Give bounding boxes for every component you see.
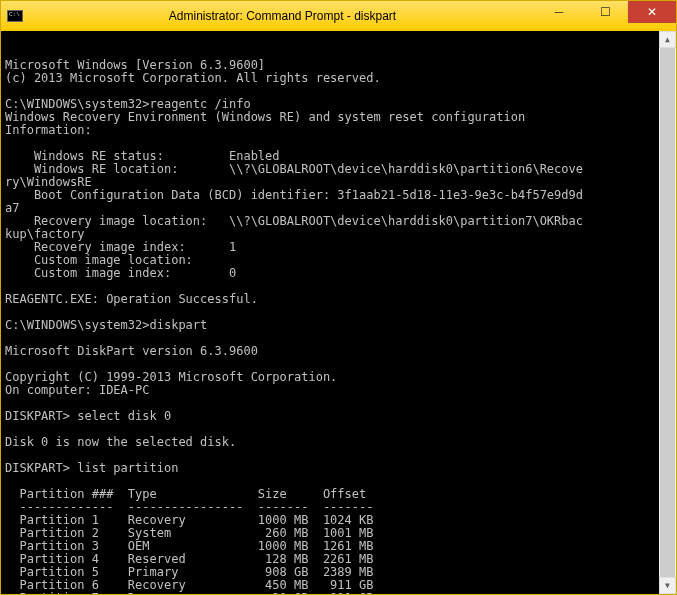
partition-row: Partition 7 Recovery 20 GB 911 GB (5, 591, 373, 594)
os-copyright: (c) 2013 Microsoft Corporation. All righ… (5, 71, 381, 85)
re-location-value: \\?\GLOBALROOT\device\harddisk0\partitio… (229, 162, 583, 176)
command-reagentc: reagentc /info (150, 97, 251, 111)
recidx-label: Recovery image index: (5, 240, 229, 254)
reagentc-title: Windows Recovery Environment (Windows RE… (5, 110, 525, 124)
terminal-content: Microsoft Windows [Version 6.3.9600] (c)… (5, 59, 655, 594)
maximize-button[interactable]: ☐ (582, 1, 628, 23)
partition-row: Partition 1 Recovery 1000 MB 1024 KB (5, 513, 373, 527)
recimg-value: \\?\GLOBALROOT\device\harddisk0\partitio… (229, 214, 583, 228)
re-location-label: Windows RE location: (5, 162, 229, 176)
diskpart-copyright: Copyright (C) 1999-2013 Microsoft Corpor… (5, 370, 337, 384)
custimg-label: Custom image location: (5, 253, 193, 267)
re-status-value: Enabled (229, 149, 280, 163)
reagentc-info-label: Information: (5, 123, 92, 137)
re-status-label: Windows RE status: (5, 149, 229, 163)
recimg-label: Recovery image location: (5, 214, 229, 228)
cmd-window: Administrator: Command Prompt - diskpart… (0, 0, 677, 595)
partition-row: Partition 3 OEM 1000 MB 1261 MB (5, 539, 373, 553)
diskpart-prompt: DISKPART> (5, 409, 77, 423)
partition-row: Partition 6 Recovery 450 MB 911 GB (5, 578, 373, 592)
recimg-wrap: kup\factory (5, 227, 84, 241)
scrollbar[interactable]: ▲ ▼ (659, 31, 676, 594)
window-title: Administrator: Command Prompt - diskpart (29, 9, 536, 23)
custidx-value: 0 (229, 266, 236, 280)
window-buttons: ─ ☐ ✕ (536, 1, 676, 31)
scroll-down-button[interactable]: ▼ (659, 577, 676, 594)
command-list-partition: list partition (77, 461, 178, 475)
partition-header: Partition ### Type Size Offset (5, 487, 366, 501)
reagentc-success: REAGENTC.EXE: Operation Successful. (5, 292, 258, 306)
cmd-icon (1, 10, 29, 22)
partition-row: Partition 2 System 260 MB 1001 MB (5, 526, 373, 540)
close-button[interactable]: ✕ (628, 1, 676, 23)
prompt: C:\WINDOWS\system32> (5, 318, 150, 332)
partition-divider: ------------- ---------------- ------- -… (5, 500, 373, 514)
diskpart-prompt: DISKPART> (5, 461, 77, 475)
os-version: Microsoft Windows [Version 6.3.9600] (5, 58, 265, 72)
partition-row: Partition 4 Reserved 128 MB 2261 MB (5, 552, 373, 566)
partition-row: Partition 5 Primary 908 GB 2389 MB (5, 565, 373, 579)
scroll-track[interactable] (659, 48, 676, 577)
terminal[interactable]: Microsoft Windows [Version 6.3.9600] (c)… (1, 31, 676, 594)
prompt: C:\WINDOWS\system32> (5, 97, 150, 111)
bcd-value: 3f1aab21-5d18-11e3-9e3c-b4f57e9d9d (337, 188, 583, 202)
diskpart-computer: On computer: IDEA-PC (5, 383, 150, 397)
re-location-wrap: ry\WindowsRE (5, 175, 92, 189)
minimize-button[interactable]: ─ (536, 1, 582, 23)
diskpart-version: Microsoft DiskPart version 6.3.9600 (5, 344, 258, 358)
bcd-wrap: a7 (5, 201, 19, 215)
scroll-thumb[interactable] (660, 48, 675, 577)
recidx-value: 1 (229, 240, 236, 254)
scroll-up-button[interactable]: ▲ (659, 31, 676, 48)
titlebar[interactable]: Administrator: Command Prompt - diskpart… (1, 1, 676, 31)
select-disk-result: Disk 0 is now the selected disk. (5, 435, 236, 449)
command-diskpart: diskpart (150, 318, 208, 332)
custidx-label: Custom image index: (5, 266, 229, 280)
command-select-disk: select disk 0 (77, 409, 171, 423)
bcd-label: Boot Configuration Data (BCD) identifier… (5, 188, 337, 202)
